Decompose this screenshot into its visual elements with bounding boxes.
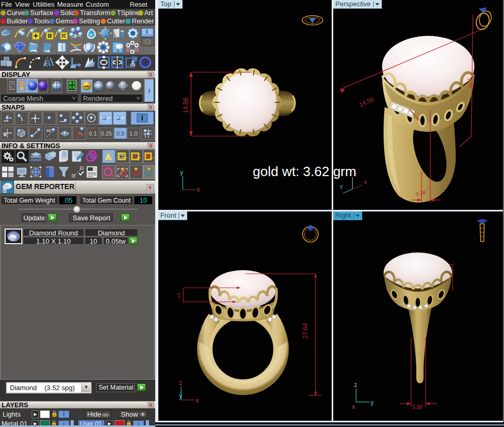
svg-text:y: y [371, 399, 374, 406]
svg-text:1.0: 1.0 [129, 130, 137, 137]
svg-text:14.56: 14.56 [182, 98, 189, 113]
svg-text:z: z [179, 379, 182, 386]
svg-text:I: I [146, 29, 148, 35]
svg-text:0.1: 0.1 [89, 130, 97, 137]
svg-text:x: x [197, 186, 200, 193]
svg-text:0.25: 0.25 [101, 130, 112, 137]
svg-text:27.64: 27.64 [302, 323, 309, 339]
svg-text:y: y [180, 169, 183, 176]
svg-text:14.56: 14.56 [358, 96, 375, 109]
svg-text:z: z [354, 381, 357, 389]
svg-text:x: x [352, 403, 355, 410]
svg-text:4.5: 4.5 [176, 292, 181, 299]
svg-text:y: y [179, 392, 182, 399]
svg-text:2.38: 2.38 [412, 404, 423, 410]
svg-text:45°: 45° [46, 128, 52, 133]
svg-text:y: y [340, 183, 343, 189]
svg-text:x: x [364, 179, 367, 185]
svg-text:x: x [196, 397, 199, 404]
svg-text:0.5: 0.5 [116, 130, 124, 137]
